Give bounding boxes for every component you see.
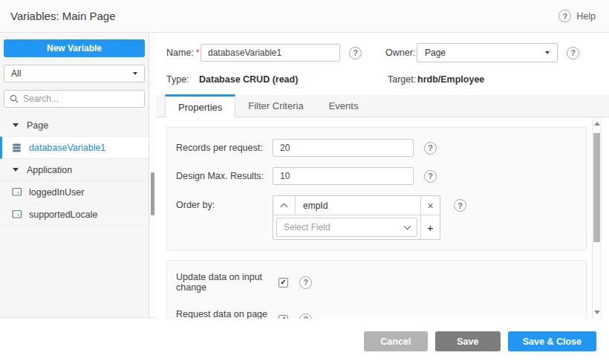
variables-tree: Page databaseVariable1 Application x log…: [0, 114, 149, 226]
help-icon[interactable]: ?: [558, 10, 571, 22]
variable-filter-value: All: [11, 68, 21, 79]
page-title: Variables: Main Page: [10, 10, 115, 22]
order-by-row: Order by: empId × Select Field: [176, 195, 577, 240]
new-variable-button[interactable]: New Variable: [4, 39, 145, 57]
variable-icon: x: [12, 209, 22, 219]
type-label: Type:: [166, 74, 189, 85]
dialog-header: Variables: Main Page ? Help: [0, 0, 609, 33]
tree-item-loggedinuser[interactable]: x loggedInUser: [0, 181, 149, 204]
search-box[interactable]: [4, 90, 145, 108]
order-by-label: Order by:: [176, 195, 273, 210]
records-label: Records per request:: [176, 143, 273, 153]
tree-item-label: loggedInUser: [29, 187, 84, 198]
design-max-row: Design Max. Results: ?: [176, 167, 577, 185]
search-input[interactable]: [23, 94, 139, 104]
save-button[interactable]: Save: [435, 331, 501, 351]
update-on-change-label: Update data on input change: [176, 272, 279, 293]
variable-icon: x: [12, 187, 22, 197]
tree-group-application[interactable]: Application: [0, 159, 149, 181]
select-field-placeholder: Select Field: [284, 222, 330, 233]
data-settings-card: Records per request: ? Design Max. Resul…: [166, 127, 587, 250]
tree-group-page[interactable]: Page: [0, 114, 149, 137]
update-on-change-row: Update data on input change ✓ ?: [176, 272, 577, 293]
search-icon: [10, 94, 19, 103]
records-per-request-row: Records per request: ?: [176, 139, 577, 157]
records-input[interactable]: [273, 139, 414, 157]
tree-item-label: supportedLocale: [29, 209, 97, 220]
name-owner-row: Name:* ? Owner:* Page ?: [156, 43, 609, 62]
target-value: hrdb/Employee: [417, 74, 484, 85]
help-label: Help: [576, 11, 596, 22]
chevron-down-icon: [404, 223, 411, 230]
tree-item-supportedlocale[interactable]: x supportedLocale: [0, 204, 149, 226]
design-max-help-icon[interactable]: ?: [424, 170, 437, 183]
tree-item-databasevariable1[interactable]: databaseVariable1: [0, 137, 149, 159]
tab-properties[interactable]: Properties: [165, 94, 235, 117]
order-by-entry: empId ×: [273, 196, 440, 215]
tab-events[interactable]: Events: [316, 94, 371, 117]
tree-group-label: Page: [27, 120, 48, 131]
variables-sidebar: New Variable All Page databaseVariable1: [0, 33, 149, 318]
owner-help-icon[interactable]: ?: [567, 47, 579, 59]
order-by-help-icon[interactable]: ?: [454, 199, 466, 212]
design-max-input[interactable]: [273, 167, 414, 185]
required-marker: *: [196, 48, 200, 58]
sort-direction-button[interactable]: [273, 196, 296, 215]
dialog-footer: Cancel Save Save & Close: [0, 319, 609, 364]
records-help-icon[interactable]: ?: [424, 142, 437, 155]
scroll-up-icon[interactable]: [594, 122, 600, 126]
properties-scrollbar-thumb[interactable]: [593, 133, 600, 242]
tree-item-label: databaseVariable1: [29, 143, 105, 153]
add-field-button[interactable]: +: [420, 215, 440, 239]
tree-group-label: Application: [27, 165, 72, 175]
tab-bar: Properties Filter Criteria Events: [156, 95, 609, 117]
design-max-label: Design Max. Results:: [176, 171, 273, 181]
properties-scrollbar[interactable]: [592, 117, 602, 319]
svg-text:x: x: [17, 212, 19, 217]
chevron-up-icon: [281, 204, 288, 211]
variable-detail-panel: Name:* ? Owner:* Page ? Type: Database C…: [156, 33, 609, 318]
tab-filter-criteria[interactable]: Filter Criteria: [235, 94, 316, 117]
name-help-icon[interactable]: ?: [349, 47, 362, 59]
sidebar-scrollbar[interactable]: [149, 33, 156, 318]
owner-select[interactable]: Page: [417, 43, 558, 62]
type-target-row: Type: Database CRUD (read) Target: hrdb/…: [156, 74, 609, 88]
name-label: Name:*: [166, 48, 201, 58]
order-by-field: empId: [296, 196, 420, 215]
order-by-widget: empId × Select Field +: [273, 195, 440, 240]
collapse-icon[interactable]: [13, 168, 19, 172]
request-on-load-row: Request data on page load ✓ ?: [176, 309, 577, 319]
database-icon: [12, 143, 22, 153]
svg-text:x: x: [17, 190, 19, 195]
type-value: Database CRUD (read): [199, 74, 298, 85]
scroll-down-icon[interactable]: [594, 311, 600, 314]
order-by-add-row: Select Field +: [273, 215, 440, 239]
target-label: Target:: [388, 74, 416, 85]
cancel-button[interactable]: Cancel: [364, 331, 428, 351]
update-on-change-checkbox[interactable]: ✓: [279, 278, 288, 287]
chevron-down-icon: [133, 72, 137, 75]
chevron-down-icon: [545, 51, 550, 54]
owner-label: Owner:*: [385, 48, 417, 58]
properties-pane: Records per request: ? Design Max. Resul…: [156, 117, 602, 319]
name-input[interactable]: [201, 44, 340, 62]
sidebar-scrollbar-thumb[interactable]: [151, 172, 154, 215]
update-on-change-help-icon[interactable]: ?: [299, 276, 312, 289]
behavior-card: Update data on input change ✓ ? Request …: [166, 260, 587, 319]
owner-value: Page: [425, 48, 446, 58]
request-on-load-label: Request data on page load: [176, 309, 279, 319]
collapse-icon[interactable]: [13, 123, 19, 127]
remove-field-button[interactable]: ×: [420, 196, 440, 215]
help-button[interactable]: ? Help: [558, 10, 596, 22]
save-and-close-button[interactable]: Save & Close: [508, 331, 596, 351]
select-field-dropdown[interactable]: Select Field: [276, 218, 417, 237]
variable-filter-select[interactable]: All: [4, 65, 145, 82]
